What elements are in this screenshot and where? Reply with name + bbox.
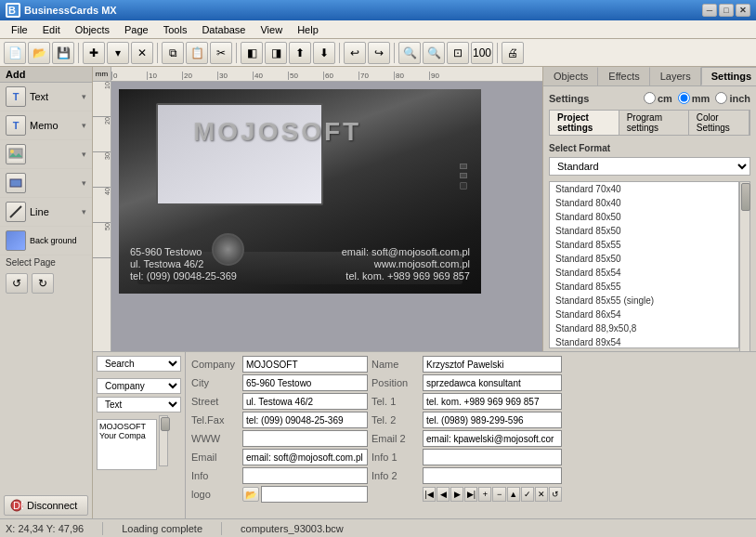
media-cancel-button[interactable]: ✕ bbox=[535, 487, 548, 502]
open-button[interactable]: 📂 bbox=[28, 42, 50, 64]
format-item-3[interactable]: Standard 85x50 bbox=[550, 224, 738, 238]
input-www[interactable] bbox=[242, 430, 368, 447]
maximize-button[interactable]: □ bbox=[719, 4, 734, 17]
format-item-6[interactable]: Standard 85x54 bbox=[550, 266, 738, 280]
paste-button[interactable]: 📋 bbox=[186, 42, 208, 64]
format-item-1[interactable]: Standard 80x40 bbox=[550, 196, 738, 210]
search-dropdown[interactable]: Search bbox=[97, 356, 181, 372]
input-tel1[interactable] bbox=[423, 393, 562, 410]
logo-browse-button[interactable]: 📂 bbox=[242, 487, 259, 502]
media-first-button[interactable]: |◀ bbox=[423, 487, 436, 502]
new-button[interactable]: 📄 bbox=[4, 42, 26, 64]
unit-cm[interactable]: cm bbox=[644, 92, 672, 104]
input-street[interactable] bbox=[242, 393, 368, 410]
menu-page[interactable]: Page bbox=[117, 22, 156, 37]
zoom-out-button[interactable]: 🔍 bbox=[423, 42, 445, 64]
add-object-button[interactable]: ✚ bbox=[83, 42, 105, 64]
copy-button[interactable]: ⧉ bbox=[162, 42, 184, 64]
input-telfax[interactable] bbox=[242, 412, 368, 428]
media-next-button[interactable]: ▶| bbox=[464, 487, 477, 502]
align-right-button[interactable]: ◨ bbox=[265, 42, 287, 64]
align-left-button[interactable]: ◧ bbox=[241, 42, 263, 64]
media-refresh-button[interactable]: ↺ bbox=[549, 487, 562, 502]
format-item-9[interactable]: Standard 86x54 bbox=[550, 308, 738, 321]
text-area-scrollbar-thumb[interactable] bbox=[161, 417, 170, 431]
zoom-in-button[interactable]: 🔍 bbox=[398, 42, 421, 64]
media-up-button[interactable]: ▲ bbox=[507, 487, 520, 502]
unit-mm-radio[interactable] bbox=[678, 92, 690, 104]
format-item-5[interactable]: Standard 85x50 bbox=[550, 252, 738, 266]
delete-button[interactable]: ✕ bbox=[131, 42, 153, 64]
media-prev-button[interactable]: ◀ bbox=[437, 487, 450, 502]
card-container[interactable]: MOJOSOFT 65-960 Testowo ul. Testowa 46/2… bbox=[119, 89, 481, 294]
close-button[interactable]: ✕ bbox=[736, 4, 750, 17]
unit-inch[interactable]: inch bbox=[715, 92, 750, 104]
align-bottom-button[interactable]: ⬇ bbox=[313, 42, 335, 64]
cut-button[interactable]: ✂ bbox=[210, 42, 232, 64]
minimize-button[interactable]: ─ bbox=[702, 4, 717, 17]
print-button[interactable]: 🖨 bbox=[502, 42, 524, 64]
text-dropdown[interactable]: Text bbox=[97, 397, 181, 413]
format-dropdown[interactable]: Standard bbox=[549, 157, 750, 176]
media-ok-button[interactable]: ✓ bbox=[521, 487, 534, 502]
input-logo[interactable] bbox=[261, 486, 368, 503]
add-dropdown-button[interactable]: ▾ bbox=[107, 42, 129, 64]
next-page-button[interactable]: ↻ bbox=[32, 273, 54, 294]
input-info[interactable] bbox=[242, 467, 368, 484]
prev-page-button[interactable]: ↺ bbox=[6, 273, 28, 294]
input-name[interactable] bbox=[423, 356, 562, 373]
shape-tool[interactable]: ▾ bbox=[0, 169, 92, 198]
redo-button[interactable]: ↪ bbox=[368, 42, 390, 64]
undo-button[interactable]: ↩ bbox=[344, 42, 366, 64]
line-tool[interactable]: Line ▾ bbox=[0, 198, 92, 227]
tab-objects[interactable]: Objects bbox=[543, 67, 598, 85]
format-item-2[interactable]: Standard 80x50 bbox=[550, 210, 738, 224]
format-item-0[interactable]: Standard 70x40 bbox=[550, 182, 738, 196]
text-area[interactable]: MOJOSOFT Your Compa bbox=[97, 419, 157, 470]
format-item-8[interactable]: Standard 85x55 (single) bbox=[550, 294, 738, 308]
menu-edit[interactable]: Edit bbox=[35, 22, 68, 37]
unit-mm[interactable]: mm bbox=[678, 92, 710, 104]
disconnect-button[interactable]: DB Disconnect bbox=[4, 495, 88, 516]
align-top-button[interactable]: ⬆ bbox=[289, 42, 311, 64]
menu-file[interactable]: File bbox=[4, 22, 35, 37]
tab-effects[interactable]: Effects bbox=[598, 67, 649, 85]
menu-tools[interactable]: Tools bbox=[156, 22, 195, 37]
tab-layers[interactable]: Layers bbox=[650, 67, 701, 85]
subtab-program[interactable]: Program settings bbox=[619, 111, 689, 135]
unit-cm-radio[interactable] bbox=[644, 92, 656, 104]
media-remove-button[interactable]: − bbox=[492, 487, 505, 502]
format-list-scrollbar[interactable] bbox=[739, 181, 750, 351]
input-company[interactable] bbox=[242, 356, 368, 373]
format-item-11[interactable]: Standard 89x54 bbox=[550, 335, 738, 348]
background-tool[interactable]: Back ground bbox=[0, 227, 92, 255]
zoom-100-button[interactable]: 100 bbox=[471, 42, 493, 64]
unit-inch-radio[interactable] bbox=[715, 92, 727, 104]
image-tool[interactable]: ▾ bbox=[0, 140, 92, 169]
menu-view[interactable]: View bbox=[253, 22, 290, 37]
text-tool[interactable]: T Text ▾ bbox=[0, 83, 92, 111]
menu-database[interactable]: Database bbox=[194, 22, 253, 37]
format-item-7[interactable]: Standard 85x55 bbox=[550, 280, 738, 294]
menu-objects[interactable]: Objects bbox=[68, 22, 117, 37]
media-add-button[interactable]: + bbox=[478, 487, 491, 502]
format-item-10[interactable]: Standard 88,9x50,8 bbox=[550, 321, 738, 335]
memo-tool[interactable]: T Memo ▾ bbox=[0, 111, 92, 140]
format-item-4[interactable]: Standard 85x55 bbox=[550, 238, 738, 252]
input-info2[interactable] bbox=[423, 467, 562, 484]
text-area-scrollbar[interactable] bbox=[159, 415, 168, 466]
menu-help[interactable]: Help bbox=[290, 22, 326, 37]
media-play-button[interactable]: ▶ bbox=[450, 487, 463, 502]
format-list[interactable]: Standard 70x40 Standard 80x40 Standard 8… bbox=[549, 181, 739, 348]
subtab-project[interactable]: Project settings bbox=[550, 111, 619, 135]
input-info1[interactable] bbox=[423, 449, 562, 465]
input-position[interactable] bbox=[423, 374, 562, 391]
input-tel2[interactable] bbox=[423, 412, 562, 428]
input-city[interactable] bbox=[242, 374, 368, 391]
save-button[interactable]: 💾 bbox=[52, 42, 74, 64]
tab-settings[interactable]: Settings bbox=[701, 67, 756, 85]
zoom-fit-button[interactable]: ⊡ bbox=[447, 42, 469, 64]
input-email[interactable] bbox=[242, 449, 368, 465]
input-email2[interactable] bbox=[423, 430, 562, 447]
canvas-area[interactable]: mm 0 10 20 30 40 50 60 70 80 90 bbox=[93, 67, 542, 351]
